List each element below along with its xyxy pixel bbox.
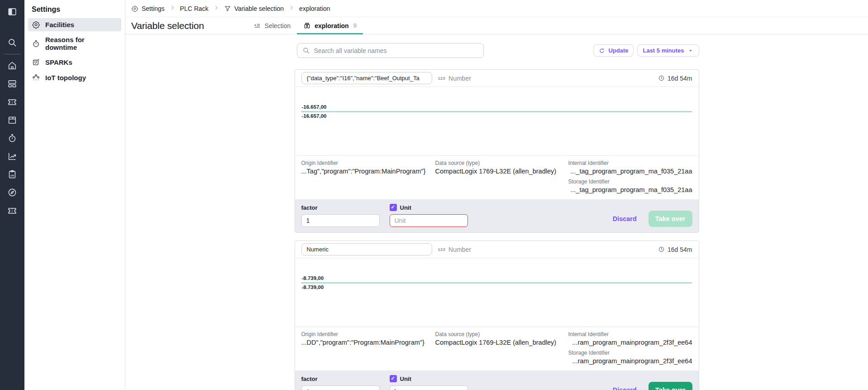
rail-ticket2-button[interactable] xyxy=(3,202,21,220)
factor-label: factor xyxy=(301,204,318,211)
sidebar-item-reasons-for-downtime[interactable]: Reasons for downtime xyxy=(28,34,121,53)
sidebar-item-iot-topology[interactable]: IoT topology xyxy=(28,71,121,84)
sidebar-toggle-button[interactable] xyxy=(3,3,21,21)
rail-ticket-button[interactable] xyxy=(3,93,21,111)
unit-checkbox[interactable] xyxy=(390,204,397,211)
data-source-value: CompactLogix 1769-L32E (allen_bradley) xyxy=(435,168,568,175)
breadcrumb-variable-selection[interactable]: Variable selection xyxy=(224,5,284,12)
variable-card: 123 Number 16d 54m -16.657,00 -16.657,00 xyxy=(295,69,699,233)
variable-type-label: Number xyxy=(448,75,471,82)
variable-type-label: Number xyxy=(448,246,471,253)
report-clipboard-icon xyxy=(7,169,17,179)
internal-identifier-value: ...ram_program_mainprogram_2f3f_ee64 xyxy=(568,339,692,346)
storage-identifier-value: ..._tag_program_program_ma_f035_21aa xyxy=(568,186,692,193)
toolbar: Update Last 5 minutes xyxy=(295,43,699,58)
unit-label: Unit xyxy=(400,204,411,211)
breadcrumb-settings[interactable]: Settings xyxy=(131,5,165,12)
unit-input[interactable] xyxy=(390,214,468,227)
breadcrumb-label: Variable selection xyxy=(234,5,284,12)
origin-identifier-label: Origin Identifier xyxy=(301,331,435,337)
value-sparkline-chart: -8.739,00 -8.739,00 xyxy=(295,258,699,327)
origin-identifier-label: Origin Identifier xyxy=(301,160,435,166)
rail-analytics-button[interactable] xyxy=(3,147,21,165)
discard-button[interactable]: Discard xyxy=(613,386,637,390)
settings-sidebar: Settings Facilities Reasons for downtime… xyxy=(24,0,125,390)
caret-down-icon xyxy=(687,48,694,54)
variable-type: 123 Number xyxy=(438,75,471,82)
binoculars-icon xyxy=(303,22,311,29)
variable-name-input[interactable] xyxy=(301,243,432,255)
sidebar-title: Settings xyxy=(28,5,121,18)
origin-identifier-value: ...Tag","program":"Program:MainProgram"} xyxy=(301,168,435,175)
tab-exploration[interactable]: exploration 9 xyxy=(297,17,363,34)
stopwatch-icon xyxy=(32,39,40,48)
robot-icon xyxy=(32,58,40,67)
number-type-icon: 123 xyxy=(438,247,446,252)
breadcrumb-exploration[interactable]: exploration xyxy=(299,5,330,12)
data-age-label: 16d 54m xyxy=(668,246,692,253)
take-over-button[interactable]: Take over xyxy=(649,211,692,227)
rail-compass-button[interactable] xyxy=(3,183,21,202)
tab-selection[interactable]: Selection xyxy=(247,17,297,34)
clock-icon xyxy=(658,246,665,253)
number-type-icon: 123 xyxy=(438,76,446,81)
chevron-right-icon xyxy=(169,5,176,12)
home-icon xyxy=(7,61,17,71)
rail-home-button[interactable] xyxy=(3,57,21,75)
discard-button[interactable]: Discard xyxy=(613,215,637,222)
breadcrumb: Settings PLC Rack Variable selection exp… xyxy=(125,0,868,17)
take-over-button[interactable]: Take over xyxy=(649,382,692,390)
unit-input[interactable] xyxy=(390,385,468,390)
rail-report-button[interactable] xyxy=(3,165,21,183)
internal-identifier-label: Internal Identifier xyxy=(568,331,692,337)
update-label: Update xyxy=(608,47,628,54)
card-header: 123 Number 16d 54m xyxy=(295,70,699,87)
sidebar-item-label: IoT topology xyxy=(45,74,86,82)
update-button[interactable]: Update xyxy=(593,44,634,57)
card-footer: factor Unit Discard Take ov xyxy=(295,199,699,232)
value-sparkline-chart: -16.657,00 -16.657,00 xyxy=(295,87,699,155)
internal-identifier-label: Internal Identifier xyxy=(568,160,692,166)
data-age: 16d 54m xyxy=(658,246,692,253)
chart-line xyxy=(301,282,692,284)
dashboard-icon xyxy=(7,79,17,89)
variable-name-input[interactable] xyxy=(301,72,432,84)
chevron-right-icon xyxy=(213,5,219,12)
package-icon xyxy=(7,115,17,125)
gear-icon xyxy=(32,20,40,29)
chart-value-label: -8.739,00 xyxy=(302,284,324,290)
rail-package-button[interactable] xyxy=(3,111,21,129)
sidebar-item-facilities[interactable]: Facilities xyxy=(28,18,121,31)
chart-value-label: -16.657,00 xyxy=(302,113,327,119)
factor-input[interactable] xyxy=(301,214,380,227)
data-age: 16d 54m xyxy=(658,75,692,82)
ticket-icon xyxy=(7,97,17,107)
card-footer: factor Unit Discard Take ov xyxy=(295,371,699,390)
data-source-label: Data source (type) xyxy=(435,331,568,337)
rail-dashboard-button[interactable] xyxy=(3,75,21,93)
refresh-icon xyxy=(599,48,605,54)
storage-identifier-label: Storage Identifier xyxy=(568,350,692,356)
rail-search-button[interactable] xyxy=(3,34,21,52)
app-window: Settings Facilities Reasons for downtime… xyxy=(0,0,868,390)
clock-icon xyxy=(658,75,665,82)
sidebar-item-sparks[interactable]: SPARKs xyxy=(28,56,121,69)
breadcrumb-label: PLC Rack xyxy=(180,5,209,12)
tab-bar: Selection exploration 9 xyxy=(247,17,363,34)
chart-line xyxy=(301,111,692,112)
chart-value-label: -8.739,00 xyxy=(302,275,324,281)
network-icon xyxy=(32,73,40,82)
time-range-label: Last 5 minutes xyxy=(643,47,684,54)
factor-input[interactable] xyxy=(301,385,380,390)
unit-checkbox[interactable] xyxy=(390,375,397,382)
search-icon xyxy=(302,47,310,54)
search-input[interactable] xyxy=(314,47,478,54)
variable-card: 123 Number 16d 54m -8.739,00 -8.739,00 xyxy=(295,241,699,390)
rail-downtime-button[interactable] xyxy=(3,129,21,147)
breadcrumb-plc-rack[interactable]: PLC Rack xyxy=(180,5,209,12)
compass-icon xyxy=(7,188,17,197)
time-range-dropdown[interactable]: Last 5 minutes xyxy=(637,44,699,57)
breadcrumb-label: Settings xyxy=(142,5,165,12)
tab-label: Selection xyxy=(265,22,291,29)
gear-icon xyxy=(131,5,138,12)
